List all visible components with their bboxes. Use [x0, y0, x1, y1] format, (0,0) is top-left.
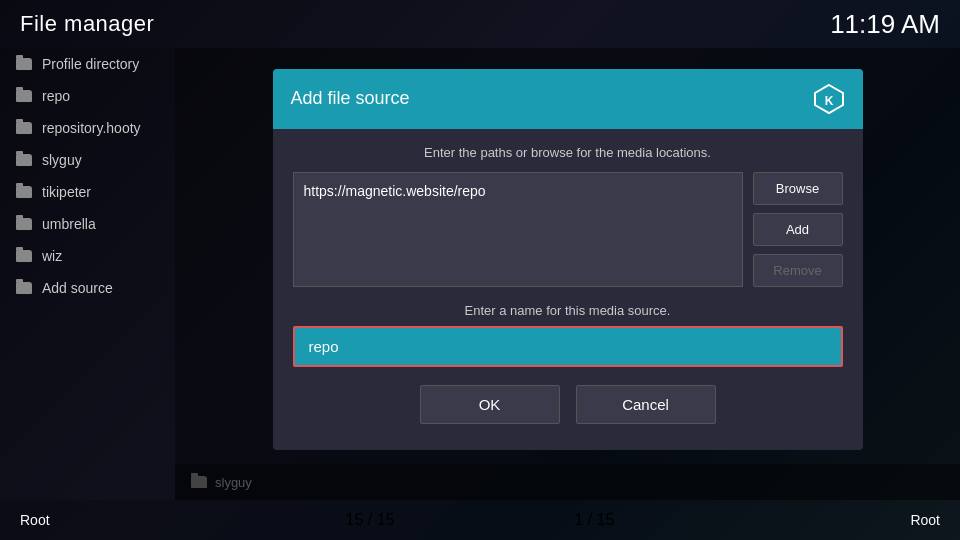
footer-right-label: Root	[910, 512, 940, 528]
sidebar-item-label: Profile directory	[42, 56, 139, 72]
folder-icon	[16, 250, 32, 262]
sidebar-item-repository-hooty[interactable]: repository.hooty	[0, 112, 175, 144]
add-button[interactable]: Add	[753, 213, 843, 246]
path-input-area[interactable]: https://magnetic.website/repo	[293, 172, 743, 287]
sidebar-item-repo[interactable]: repo	[0, 80, 175, 112]
sidebar-item-label: repo	[42, 88, 70, 104]
clock: 11:19 AM	[830, 9, 940, 40]
footer-page-left: 15 / 15	[346, 511, 395, 529]
footer-page-right: 1 / 15	[574, 511, 614, 529]
svg-text:K: K	[824, 94, 833, 108]
folder-icon	[16, 186, 32, 198]
sidebar-item-label: Add source	[42, 280, 113, 296]
sidebar-item-tikipeter[interactable]: tikipeter	[0, 176, 175, 208]
dialog-subtitle: Enter the paths or browse for the media …	[293, 145, 843, 160]
path-section: https://magnetic.website/repo Browse Add…	[293, 172, 843, 287]
folder-icon	[16, 122, 32, 134]
browse-button[interactable]: Browse	[753, 172, 843, 205]
dialog-actions: OK Cancel	[293, 381, 843, 434]
path-value: https://magnetic.website/repo	[304, 183, 486, 199]
remove-button[interactable]: Remove	[753, 254, 843, 287]
sidebar-item-add-source[interactable]: Add source	[0, 272, 175, 304]
sidebar-item-umbrella[interactable]: umbrella	[0, 208, 175, 240]
footer-left-label: Root	[20, 512, 50, 528]
ok-button[interactable]: OK	[420, 385, 560, 424]
name-label: Enter a name for this media source.	[293, 303, 843, 318]
sidebar-item-label: umbrella	[42, 216, 96, 232]
name-section: Enter a name for this media source.	[293, 303, 843, 367]
add-file-source-dialog: Add file source K Enter the paths or bro…	[273, 69, 863, 450]
sidebar-item-profile-directory[interactable]: Profile directory	[0, 48, 175, 80]
footer-center: 15 / 15 1 / 15	[346, 511, 615, 529]
kodi-logo-icon: K	[813, 83, 845, 115]
path-buttons: Browse Add Remove	[753, 172, 843, 287]
sidebar-item-wiz[interactable]: wiz	[0, 240, 175, 272]
folder-icon	[16, 58, 32, 70]
dialog-body: Enter the paths or browse for the media …	[273, 129, 863, 450]
folder-icon	[16, 282, 32, 294]
sidebar-item-label: slyguy	[42, 152, 82, 168]
sidebar-item-label: tikipeter	[42, 184, 91, 200]
sidebar: Profile directory repo repository.hooty …	[0, 48, 175, 500]
header-bar: File manager 11:19 AM	[0, 0, 960, 48]
sidebar-item-slyguy[interactable]: slyguy	[0, 144, 175, 176]
folder-icon	[16, 90, 32, 102]
name-input-wrapper	[293, 326, 843, 367]
sidebar-item-label: repository.hooty	[42, 120, 141, 136]
name-input[interactable]	[293, 326, 843, 367]
dialog-header: Add file source K	[273, 69, 863, 129]
app-title: File manager	[20, 11, 154, 37]
cancel-button[interactable]: Cancel	[576, 385, 716, 424]
main-content: slyguy Add file source K Enter the paths…	[175, 48, 960, 500]
dialog-title: Add file source	[291, 88, 410, 109]
folder-icon	[16, 154, 32, 166]
folder-icon	[16, 218, 32, 230]
dialog-overlay: Add file source K Enter the paths or bro…	[175, 48, 960, 500]
footer-bar: Root 15 / 15 1 / 15 Root	[0, 500, 960, 540]
sidebar-item-label: wiz	[42, 248, 62, 264]
